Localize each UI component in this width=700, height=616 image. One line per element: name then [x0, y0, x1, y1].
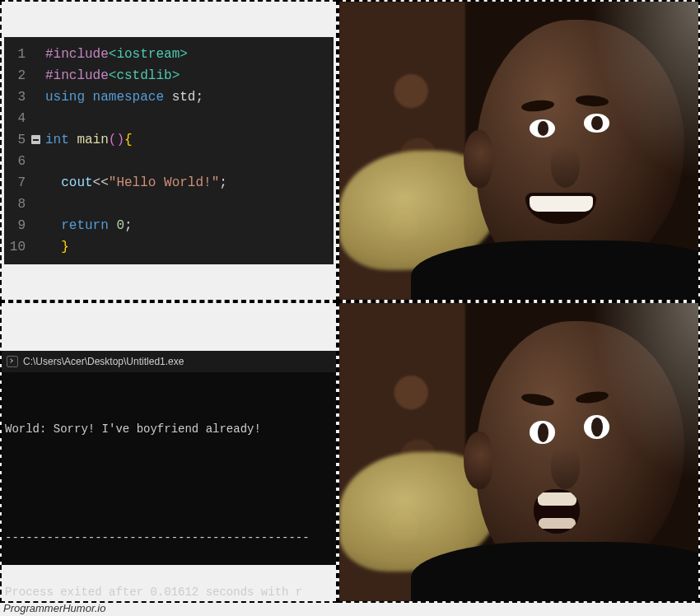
line-number: 2	[4, 65, 34, 86]
line-number: 3	[4, 86, 34, 108]
code-content: #include<cstdlib>	[34, 65, 180, 86]
watermark: ProgrammerHumor.io	[3, 602, 106, 614]
panel-terminal: C:\Users\Acer\Desktop\Untitled1.exe Worl…	[0, 301, 338, 603]
fold-icon[interactable]	[31, 135, 40, 144]
code-line: 9 return 0;	[4, 215, 334, 236]
code-content: cout<<"Hello World!";	[34, 172, 227, 194]
code-content	[34, 194, 54, 215]
code-line: 10 }	[4, 236, 334, 258]
code-token: <<	[93, 175, 109, 190]
code-token: main	[77, 133, 108, 147]
code-token: "Hello World!"	[109, 175, 219, 190]
code-content	[34, 108, 54, 129]
terminal-title-path: C:\Users\Acer\Desktop\Untitled1.exe	[23, 352, 184, 371]
code-token: ;	[195, 90, 203, 105]
code-token: namespace	[93, 90, 172, 105]
code-token: std	[172, 90, 196, 105]
line-number: 5	[4, 129, 34, 151]
code-content: #include<iostream>	[34, 44, 188, 65]
terminal-window: C:\Users\Acer\Desktop\Untitled1.exe Worl…	[2, 351, 336, 565]
code-content: using namespace std;	[34, 86, 203, 108]
mouth-happy	[525, 193, 596, 224]
code-token: {	[124, 133, 133, 147]
reaction-shocked-photo	[339, 303, 698, 601]
code-token: <iostream>	[109, 47, 188, 62]
panel-code: 1#include<iostream>2#include<cstdlib>3us…	[0, 0, 338, 301]
code-line: 5int main(){	[4, 129, 334, 151]
code-token: int	[45, 133, 77, 147]
code-token	[45, 175, 61, 190]
code-token: #include	[45, 47, 109, 62]
terminal-body: World: Sorry! I've boyfriend already! --…	[2, 372, 336, 603]
code-token: return	[61, 218, 116, 233]
terminal-output: World: Sorry! I've boyfriend already!	[5, 420, 333, 438]
terminal-divider: ----------------------------------------…	[5, 529, 333, 547]
code-line: 8	[4, 194, 334, 215]
line-number: 4	[4, 108, 34, 129]
code-line: 7 cout<<"Hello World!";	[4, 172, 334, 194]
terminal-exit-line: Process exited after 0.01612 seconds wit…	[5, 583, 333, 601]
code-token: #include	[45, 68, 109, 83]
panel-reaction-happy	[338, 0, 700, 301]
code-token: using	[45, 90, 93, 105]
terminal-titlebar: C:\Users\Acer\Desktop\Untitled1.exe	[2, 351, 336, 372]
code-content	[34, 151, 54, 172]
line-number: 8	[4, 194, 34, 215]
code-editor: 1#include<iostream>2#include<cstdlib>3us…	[4, 37, 334, 264]
code-token: 0	[116, 218, 124, 233]
terminal-icon	[7, 356, 18, 367]
code-token: ;	[219, 175, 227, 190]
code-token: cout	[61, 175, 92, 190]
code-token: ()	[109, 133, 124, 147]
line-number: 9	[4, 215, 34, 236]
code-token: }	[45, 240, 69, 254]
code-token: <cstdlib>	[109, 68, 180, 83]
code-content: }	[34, 236, 69, 258]
code-line: 6	[4, 151, 334, 172]
line-number: 1	[4, 44, 34, 65]
line-number: 7	[4, 172, 34, 194]
code-line: 2#include<cstdlib>	[4, 65, 334, 86]
mouth-shocked	[534, 489, 580, 534]
code-token	[45, 218, 61, 233]
code-line: 3using namespace std;	[4, 86, 334, 108]
code-content: int main(){	[34, 129, 133, 151]
code-token: ;	[124, 218, 133, 233]
panel-reaction-shocked	[338, 301, 700, 603]
line-number: 10	[4, 236, 34, 258]
reaction-happy-photo	[339, 2, 698, 300]
code-line: 1#include<iostream>	[4, 44, 334, 65]
meme-grid: 1#include<iostream>2#include<cstdlib>3us…	[0, 0, 700, 603]
code-line: 4	[4, 108, 334, 129]
line-number: 6	[4, 151, 34, 172]
code-content: return 0;	[34, 215, 133, 236]
